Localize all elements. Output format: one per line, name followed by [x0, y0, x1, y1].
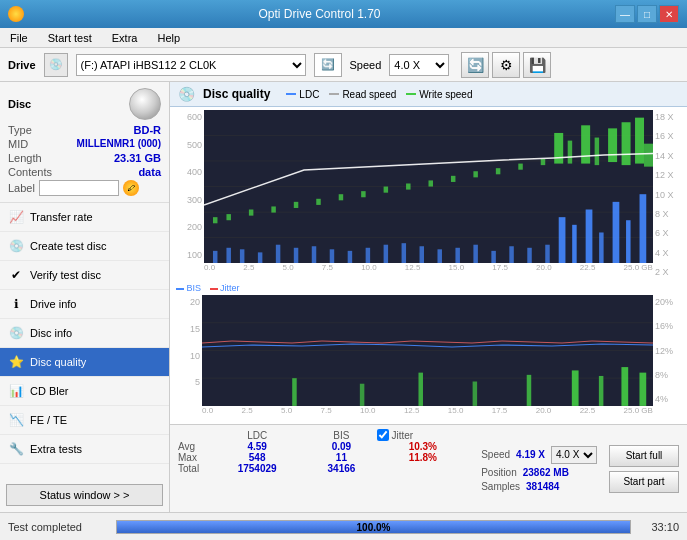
create-test-icon: 💿	[8, 238, 24, 254]
sidebar-item-disc-quality[interactable]: ⭐ Disc quality	[0, 348, 169, 377]
disc-label-input[interactable]	[39, 180, 119, 196]
avg-ldc: 4.59	[208, 441, 306, 452]
svg-rect-27	[586, 210, 593, 264]
drive-select[interactable]: (F:) ATAPI iHBS112 2 CL0K	[76, 54, 306, 76]
status-window-button[interactable]: Status window > >	[6, 484, 163, 506]
samples-label: Samples	[481, 481, 520, 492]
total-jitter	[377, 463, 470, 474]
position-label: Position	[481, 467, 517, 478]
menu-help[interactable]: Help	[151, 30, 186, 46]
disc-length-row: Length 23.31 GB	[8, 152, 161, 164]
start-full-button[interactable]: Start full	[609, 445, 679, 467]
stats-table: LDC BIS Jitter	[178, 429, 469, 474]
sidebar-item-extra-tests[interactable]: 🔧 Extra tests	[0, 435, 169, 464]
progress-text: 100.0%	[357, 521, 391, 532]
sidebar-item-disc-info[interactable]: 💿 Disc info	[0, 319, 169, 348]
svg-rect-9	[276, 245, 280, 263]
svg-rect-32	[213, 217, 217, 223]
drive-eject-icon[interactable]: 💿	[44, 53, 68, 77]
speed-select[interactable]: 4.0 X	[389, 54, 449, 76]
sidebar-item-drive-info[interactable]: ℹ Drive info	[0, 290, 169, 319]
chart2-y-axis: 20 15 10 5	[174, 295, 202, 406]
svg-rect-14	[366, 248, 370, 263]
svg-rect-36	[294, 202, 298, 208]
svg-rect-64	[572, 371, 579, 406]
svg-rect-43	[451, 176, 455, 182]
fe-te-label: FE / TE	[30, 414, 67, 426]
disc-info-header: Disc	[8, 88, 161, 120]
svg-rect-6	[226, 248, 230, 263]
menu-bar: File Start test Extra Help	[0, 28, 687, 48]
chart-legend: LDC Read speed Write speed	[286, 89, 472, 100]
disc-type-row: Type BD-R	[8, 124, 161, 136]
drive-refresh-button[interactable]: 🔄	[314, 53, 342, 77]
svg-rect-38	[339, 194, 343, 200]
svg-rect-62	[473, 382, 478, 406]
menu-extra[interactable]: Extra	[106, 30, 144, 46]
svg-rect-31	[640, 194, 647, 263]
svg-rect-44	[473, 171, 477, 177]
svg-rect-65	[599, 376, 604, 406]
legend-ldc: LDC	[286, 89, 319, 100]
app-icon	[8, 6, 24, 22]
stat-col-ldc: LDC	[208, 429, 306, 441]
minimize-button[interactable]: —	[615, 5, 635, 23]
svg-rect-37	[316, 199, 320, 205]
maximize-button[interactable]: □	[637, 5, 657, 23]
status-bar: Test completed 100.0% 33:10	[0, 512, 687, 540]
legend-write-speed-label: Write speed	[419, 89, 472, 100]
disc-quality-label: Disc quality	[30, 356, 86, 368]
svg-rect-16	[402, 243, 406, 263]
stats-header-row: LDC BIS Jitter	[178, 429, 469, 441]
svg-rect-19	[455, 248, 459, 263]
svg-rect-10	[294, 248, 298, 263]
disc-contents-value: data	[138, 166, 161, 178]
start-part-button[interactable]: Start part	[609, 471, 679, 493]
sidebar-item-cd-bler[interactable]: 📊 CD Bler	[0, 377, 169, 406]
jitter-checkbox[interactable]	[377, 429, 389, 441]
disc-type-label: Type	[8, 124, 32, 136]
ldc-chart-svg	[204, 110, 653, 263]
menu-file[interactable]: File	[4, 30, 34, 46]
total-bis: 34166	[306, 463, 376, 474]
bis-legend-label: BIS	[187, 283, 202, 293]
drive-action-btn-2[interactable]: ⚙	[492, 52, 520, 78]
stats-speed-select[interactable]: 4.0 X	[551, 446, 597, 464]
bis-legend: BIS Jitter	[174, 281, 242, 295]
verify-test-icon: ✔	[8, 267, 24, 283]
disc-label-icon[interactable]: 🖊	[123, 180, 139, 196]
svg-rect-18	[437, 249, 441, 263]
disc-label-row: Label 🖊	[8, 180, 161, 196]
drive-action-buttons: 🔄 ⚙ 💾	[461, 52, 551, 78]
disc-quality-header-icon: 💿	[178, 86, 195, 102]
svg-rect-45	[496, 168, 500, 174]
svg-rect-39	[361, 191, 365, 197]
svg-rect-51	[595, 138, 599, 166]
legend-read-speed-label: Read speed	[342, 89, 396, 100]
disc-type-value: BD-R	[134, 124, 162, 136]
chart1-x-axis: 0.0 2.5 5.0 7.5 10.0 12.5 15.0 17.5 20.0…	[204, 263, 653, 279]
drive-action-btn-3[interactable]: 💾	[523, 52, 551, 78]
sidebar-item-transfer-rate[interactable]: 📈 Transfer rate	[0, 203, 169, 232]
bis-chart-container: BIS Jitter 20 15 10 5 20% 16% 12% 8% 4%	[174, 281, 683, 422]
total-label: Total	[178, 463, 208, 474]
close-button[interactable]: ✕	[659, 5, 679, 23]
avg-jitter: 10.3%	[377, 441, 470, 452]
sidebar-item-verify-test-disc[interactable]: ✔ Verify test disc	[0, 261, 169, 290]
menu-start-test[interactable]: Start test	[42, 30, 98, 46]
stat-col-jitter: Jitter	[377, 429, 470, 441]
svg-rect-60	[360, 384, 365, 406]
sidebar-item-fe-te[interactable]: 📉 FE / TE	[0, 406, 169, 435]
svg-rect-50	[581, 125, 590, 163]
sidebar-item-create-test-disc[interactable]: 💿 Create test disc	[0, 232, 169, 261]
svg-rect-5	[213, 251, 217, 263]
jitter-checkbox-label[interactable]: Jitter	[377, 429, 470, 441]
svg-rect-40	[384, 187, 388, 193]
max-ldc: 548	[208, 452, 306, 463]
speed-label: Speed	[350, 59, 382, 71]
avg-bis: 0.09	[306, 441, 376, 452]
disc-section-title: Disc	[8, 98, 31, 110]
drive-action-btn-1[interactable]: 🔄	[461, 52, 489, 78]
legend-ldc-dot	[286, 93, 296, 95]
chart1-y-axis-right: 18 X 16 X 14 X 12 X 10 X 8 X 6 X 4 X 2 X	[653, 110, 683, 279]
